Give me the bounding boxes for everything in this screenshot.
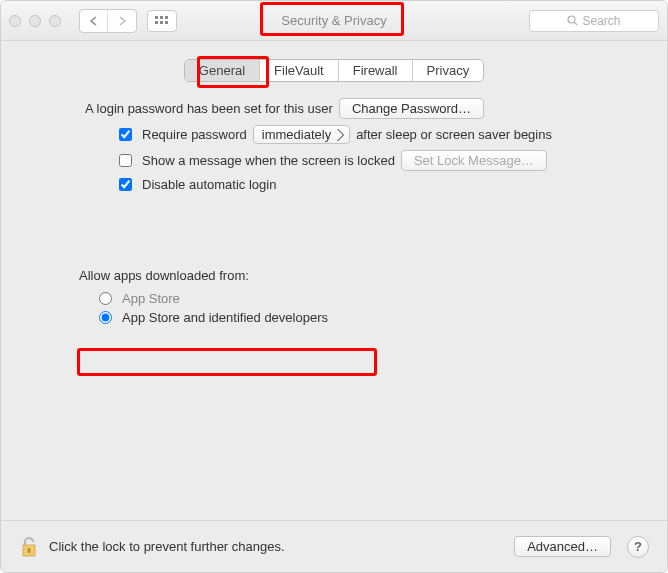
advanced-button[interactable]: Advanced… (514, 536, 611, 557)
allow-apps-identified-option[interactable]: App Store and identified developers (99, 310, 649, 325)
svg-rect-5 (165, 21, 168, 24)
svg-rect-0 (155, 16, 158, 19)
login-password-section: A login password has been set for this u… (25, 98, 643, 198)
footer: Click the lock to prevent further change… (1, 520, 667, 572)
svg-point-6 (568, 16, 575, 23)
allow-apps-heading: Allow apps downloaded from: (79, 268, 649, 283)
forward-button[interactable] (108, 10, 136, 32)
svg-rect-8 (28, 548, 31, 553)
svg-rect-2 (165, 16, 168, 19)
security-privacy-window: Security & Privacy Search General FileVa… (0, 0, 668, 573)
back-button[interactable] (80, 10, 108, 32)
tab-filevault[interactable]: FileVault (260, 60, 339, 81)
show-all-button[interactable] (147, 10, 177, 32)
lock-help-text: Click the lock to prevent further change… (49, 539, 285, 554)
allow-apps-appstore-radio[interactable] (99, 292, 112, 305)
search-input[interactable]: Search (529, 10, 659, 32)
svg-rect-3 (155, 21, 158, 24)
window-title: Security & Privacy (281, 13, 386, 28)
login-password-text: A login password has been set for this u… (85, 101, 333, 116)
allow-apps-appstore-label: App Store (122, 291, 180, 306)
search-icon (567, 15, 578, 26)
change-password-button[interactable]: Change Password… (339, 98, 484, 119)
require-password-suffix: after sleep or screen saver begins (356, 127, 552, 142)
svg-line-7 (575, 22, 578, 25)
tab-general[interactable]: General (185, 60, 260, 81)
require-password-checkbox[interactable] (119, 128, 132, 141)
disable-auto-login-label: Disable automatic login (142, 177, 276, 192)
tabs: General FileVault Firewall Privacy (19, 59, 649, 82)
lock-icon[interactable] (19, 535, 39, 559)
allow-apps-identified-label: App Store and identified developers (122, 310, 328, 325)
titlebar: Security & Privacy Search (1, 1, 667, 41)
tab-firewall[interactable]: Firewall (339, 60, 413, 81)
zoom-window-button[interactable] (49, 15, 61, 27)
svg-rect-4 (160, 21, 163, 24)
allow-apps-identified-radio[interactable] (99, 311, 112, 324)
require-password-delay-select[interactable]: immediately (253, 125, 350, 144)
show-message-checkbox[interactable] (119, 154, 132, 167)
content-area: General FileVault Firewall Privacy A log… (1, 41, 667, 520)
disable-auto-login-checkbox[interactable] (119, 178, 132, 191)
nav-buttons (79, 9, 137, 33)
search-placeholder: Search (582, 14, 620, 28)
help-button[interactable]: ? (627, 536, 649, 558)
window-controls (9, 15, 61, 27)
close-window-button[interactable] (9, 15, 21, 27)
svg-rect-1 (160, 16, 163, 19)
allow-apps-section: Allow apps downloaded from: App Store Ap… (19, 268, 649, 329)
require-password-label: Require password (142, 127, 247, 142)
allow-apps-appstore-option[interactable]: App Store (99, 291, 649, 306)
minimize-window-button[interactable] (29, 15, 41, 27)
tab-privacy[interactable]: Privacy (413, 60, 484, 81)
set-lock-message-button[interactable]: Set Lock Message… (401, 150, 547, 171)
show-message-label: Show a message when the screen is locked (142, 153, 395, 168)
